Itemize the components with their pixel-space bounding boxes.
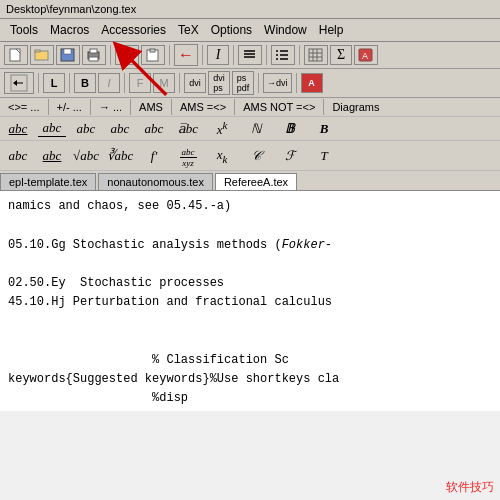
sep10 [179, 73, 180, 93]
toolbar-row2: L B I F M dvi dvips pspdf →dvi A [0, 69, 500, 98]
menu-options[interactable]: Options [205, 21, 258, 39]
math-abc-hat[interactable]: a̅bc [174, 121, 202, 137]
math-C-script[interactable]: 𝒞 [242, 148, 270, 164]
svg-text:A: A [362, 51, 368, 61]
editor-line-4 [8, 255, 492, 274]
ps-button[interactable]: pspdf [232, 71, 254, 95]
menu-tex[interactable]: TeX [172, 21, 205, 39]
math-abc-italic[interactable]: abc [4, 148, 32, 164]
sep5 [266, 45, 267, 65]
mode-button[interactable] [4, 72, 34, 94]
svg-rect-7 [89, 57, 98, 61]
menu-help[interactable]: Help [313, 21, 350, 39]
math-abc-underline1[interactable]: abc [4, 121, 32, 137]
sym-ams[interactable]: AMS [135, 100, 167, 114]
sigma-button[interactable]: Σ [330, 45, 352, 65]
math-abc3[interactable]: abc [72, 121, 100, 137]
editor-line-5: 02.50.Ey Stochastic processes [8, 274, 492, 293]
sym-diagrams[interactable]: Diagrams [328, 100, 383, 114]
sym-ams-eq[interactable]: AMS =<> [176, 100, 230, 114]
math-f-prime[interactable]: f′ [140, 148, 168, 164]
new-icon [8, 48, 24, 62]
math-sqrt-abc[interactable]: √abc [72, 148, 100, 164]
editor-line-2 [8, 217, 492, 236]
sep7 [38, 73, 39, 93]
table-icon [308, 48, 324, 62]
math-T[interactable]: T [310, 148, 338, 164]
adobe-button[interactable]: A [301, 73, 323, 93]
svg-rect-6 [90, 49, 97, 53]
menu-window[interactable]: Window [258, 21, 313, 39]
symbol-bar: <>= ... +/- ... → ... AMS AMS =<> AMS NO… [0, 98, 500, 117]
dvi2-button[interactable]: →dvi [263, 73, 292, 93]
sym-ams-not[interactable]: AMS NOT =<> [239, 100, 319, 114]
math-abc-underline-row2[interactable]: abc [38, 148, 66, 164]
tab-bar: epl-template.tex nonautonomous.tex Refer… [0, 171, 500, 191]
title-text: Desktop\feynman\zong.tex [6, 3, 136, 15]
open-icon [34, 48, 50, 62]
menu-macros[interactable]: Macros [44, 21, 95, 39]
editor-area[interactable]: namics and chaos, see 05.45.-a) 05.10.Gg… [0, 191, 500, 411]
editor-line-9: % Classification Sc [8, 351, 492, 370]
sym-compare[interactable]: <>= ... [4, 100, 44, 114]
open-button[interactable] [30, 45, 54, 65]
menu-tools[interactable]: Tools [4, 21, 44, 39]
editor-line-11: %disp [8, 389, 492, 408]
math-x-sub[interactable]: xk [208, 147, 236, 165]
align-icon [242, 48, 258, 62]
L-button[interactable]: L [43, 73, 65, 93]
math-abc4[interactable]: abc [106, 121, 134, 137]
sep6 [299, 45, 300, 65]
M-button[interactable]: M [153, 73, 175, 93]
math-fraction[interactable]: abc xyz [174, 143, 202, 168]
math-cbrt-abc[interactable]: ∛abc [106, 148, 134, 164]
italic-button[interactable]: I [207, 45, 229, 65]
menu-accessories[interactable]: Accessories [95, 21, 172, 39]
tab-nonauto[interactable]: nonautonomous.tex [98, 173, 213, 190]
sym-arrow[interactable]: → ... [95, 100, 126, 114]
editor-line-8 [8, 332, 492, 351]
math-B-blackboard[interactable]: 𝔹 [276, 121, 304, 137]
sep3 [202, 45, 203, 65]
editor-line-6: 45.10.Hj Perturbation and fractional cal… [8, 293, 492, 312]
sep9 [124, 73, 125, 93]
svg-point-20 [276, 58, 278, 60]
tab-epl[interactable]: epl-template.tex [0, 173, 96, 190]
sym-sep6 [323, 99, 324, 115]
sym-sep4 [171, 99, 172, 115]
title-bar: Desktop\feynman\zong.tex [0, 0, 500, 19]
sep1 [110, 45, 111, 65]
math-abc5[interactable]: abc [140, 121, 168, 137]
math-B-bold[interactable]: B [310, 121, 338, 137]
italic2-button[interactable]: I [98, 73, 120, 93]
math-N-blackboard[interactable]: ℕ [242, 121, 270, 137]
bold-button[interactable]: B [74, 73, 96, 93]
align-button[interactable] [238, 45, 262, 65]
print-button[interactable] [82, 45, 106, 65]
editor-line-7 [8, 312, 492, 331]
svg-point-19 [276, 54, 278, 56]
svg-rect-21 [309, 49, 322, 61]
copy-button[interactable] [115, 45, 139, 65]
save-icon [60, 48, 76, 62]
math-x-super[interactable]: xk [208, 119, 236, 138]
tab-referee[interactable]: RefereeA.tex [215, 173, 297, 190]
dvi-ps-button[interactable]: dvips [208, 71, 230, 95]
math-abc-underline2[interactable]: abc [38, 120, 66, 137]
F-button[interactable]: F [129, 73, 151, 93]
left-arrow-button[interactable]: ← [174, 44, 198, 66]
table-button[interactable] [304, 45, 328, 65]
math-F-fraktur[interactable]: ℱ [276, 148, 304, 164]
paste-icon [145, 48, 161, 62]
paste-button[interactable] [141, 45, 165, 65]
sep2 [169, 45, 170, 65]
sep8 [69, 73, 70, 93]
special-button[interactable]: A [354, 45, 378, 65]
list-button[interactable] [271, 45, 295, 65]
sym-arithmetic[interactable]: +/- ... [53, 100, 86, 114]
new-button[interactable] [4, 45, 28, 65]
dvi-button[interactable]: dvi [184, 73, 206, 93]
fokker-text: Fokker- [282, 238, 332, 252]
save-button[interactable] [56, 45, 80, 65]
sep4 [233, 45, 234, 65]
